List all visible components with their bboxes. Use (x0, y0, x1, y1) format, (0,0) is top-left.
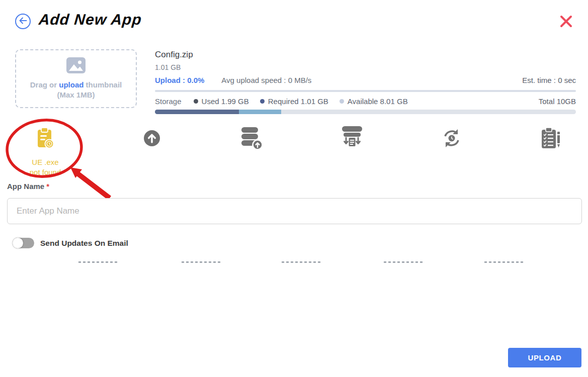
legend-available: Available 8.01 GB (340, 97, 408, 106)
step-connector (384, 261, 424, 263)
app-name-label: App Name * (7, 182, 49, 191)
sync-clock-icon (414, 125, 489, 152)
used-bullet-icon (194, 99, 198, 104)
email-updates-toggle[interactable] (13, 238, 34, 248)
file-name: Config.zip (155, 50, 576, 60)
pipeline-step-extract (314, 125, 390, 152)
estimated-time: Est. time : 0 sec (522, 76, 576, 84)
step-connector (182, 261, 222, 263)
legend-used-label: Used 1.99 GB (202, 97, 249, 106)
dropzone-text: Drag or upload thumbnail (16, 80, 136, 89)
avg-upload-speed: Avg upload speed : 0 MB/s (221, 76, 311, 84)
upload-progress-bar (155, 90, 576, 92)
upload-circle-icon (114, 125, 190, 152)
step-warning-caption: UE .exe not found (8, 157, 83, 178)
pipeline-step-exe-check: UE .exe not found (8, 125, 83, 178)
pipeline-step-report (513, 125, 588, 152)
back-button[interactable] (15, 14, 31, 29)
drop-text-prefix: Drag or (30, 80, 57, 89)
app-name-input[interactable] (7, 198, 582, 224)
warning-line-2: not found (8, 167, 83, 177)
legend-required: Required 1.01 GB (260, 97, 328, 106)
required-bullet-icon (260, 99, 265, 104)
storage-required-segment (239, 110, 282, 114)
storage-label: Storage (155, 97, 182, 106)
file-upload-panel: Config.zip 1.01 GB Upload : 0.0% Avg upl… (155, 50, 576, 114)
file-size: 1.01 GB (155, 63, 576, 71)
storage-usage-bar (155, 110, 576, 114)
step-connector (484, 261, 525, 263)
toggle-knob (13, 238, 23, 248)
step-connector (282, 261, 322, 263)
pipeline-step-store (214, 125, 289, 152)
legend-used: Used 1.99 GB (194, 97, 249, 106)
pipeline-step-sync (414, 125, 489, 152)
app-name-label-text: App Name (7, 182, 44, 191)
warning-line-1: UE .exe (8, 157, 83, 167)
arrow-left-icon (19, 17, 27, 26)
pipeline-step-upload (114, 125, 190, 152)
max-size-note: (Max 1MB) (16, 90, 136, 99)
upload-thumbnail-link[interactable]: upload (59, 80, 83, 89)
storage-used-segment (155, 110, 239, 114)
clipboard-checklist-icon (513, 125, 588, 152)
drop-text-suffix: thumbnail (86, 80, 122, 89)
required-asterisk: * (46, 182, 49, 191)
available-bullet-icon (340, 99, 344, 104)
database-extract-icon (314, 125, 390, 152)
step-connector (78, 261, 119, 263)
clipboard-clock-icon (8, 125, 83, 152)
storage-total: Total 10GB (539, 97, 576, 106)
page-title: Add New App (38, 11, 143, 28)
upload-pipeline: UE .exe not found (0, 125, 588, 180)
image-icon (66, 67, 86, 75)
legend-available-label: Available 8.01 GB (348, 97, 408, 106)
upload-button[interactable]: UPLOAD (508, 348, 581, 367)
email-updates-label: Send Updates On Email (40, 239, 128, 248)
database-upload-icon (214, 125, 289, 152)
upload-progress-label: Upload : 0.0% (155, 76, 204, 84)
add-new-app-dialog: Add New App Drag or upload thumbnail (Ma… (0, 0, 588, 377)
close-icon[interactable] (559, 15, 573, 29)
thumbnail-dropzone[interactable]: Drag or upload thumbnail (Max 1MB) (15, 49, 137, 108)
legend-required-label: Required 1.01 GB (268, 97, 328, 106)
